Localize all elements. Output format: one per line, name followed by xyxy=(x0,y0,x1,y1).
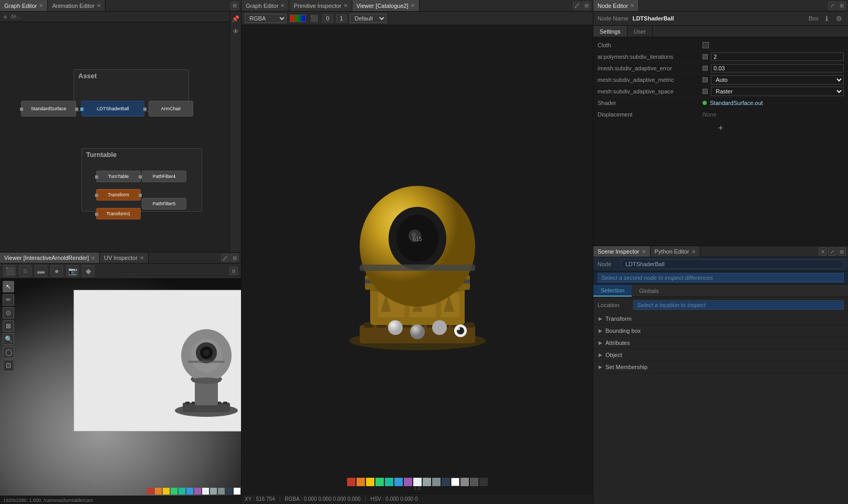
si-close-btn[interactable]: ✕ xyxy=(819,247,827,256)
graph-tool-eye[interactable]: 👁 xyxy=(231,26,241,37)
tool-sphere-btn[interactable]: ◾ xyxy=(19,265,32,277)
tool-cylinder-btn[interactable]: ▬ xyxy=(35,265,47,277)
tool-lasso[interactable]: ⊙ xyxy=(3,307,14,319)
si-grid-btn[interactable]: ⊞ xyxy=(837,247,846,256)
si-section-set-membership[interactable]: ▶ Set Membership xyxy=(593,361,848,373)
tab-interactive-render[interactable]: Viewer [InteractiveArnoldRender] ✕ xyxy=(0,253,100,263)
bottom-left-expand-btn[interactable]: ⊞ xyxy=(231,254,239,262)
tab-primitive-inspector[interactable]: Primitive Inspector ✕ xyxy=(289,0,352,11)
svg-rect-51 xyxy=(360,265,475,271)
prop-subdiv-error-indicator xyxy=(703,66,708,71)
si-compare-input[interactable] xyxy=(598,273,844,282)
svg-point-53 xyxy=(410,324,425,339)
tab-python-editor-close[interactable]: ✕ xyxy=(692,249,696,255)
node-transform1[interactable]: Transform1 xyxy=(96,208,141,219)
channel-select[interactable]: RGBA xyxy=(245,14,287,23)
si-node-input[interactable] xyxy=(622,259,844,269)
gain-value: 0 xyxy=(326,15,329,22)
center-gear-btn[interactable]: ⊞ xyxy=(582,2,591,10)
tab-scene-inspector-close[interactable]: ✕ xyxy=(642,249,646,255)
si-location-input[interactable] xyxy=(633,300,844,310)
viewer-invert-btn[interactable]: ⬛ xyxy=(309,13,319,24)
prop-subdiv-space-select[interactable]: Raster xyxy=(711,87,844,96)
node-pathfilter4[interactable]: PathFilter4 xyxy=(142,171,186,182)
si-section-transform[interactable]: ▶ Transform xyxy=(593,313,848,325)
tab-scene-inspector[interactable]: Scene Inspector ✕ xyxy=(593,246,651,257)
tab-viewer-catalogue-label: Viewer [Catalogue2] xyxy=(357,3,409,9)
bottom-left-edit-btn[interactable]: 🖉 xyxy=(221,254,229,262)
si-tab-globals[interactable]: Globals xyxy=(632,285,666,297)
tab-node-editor-close[interactable]: ✕ xyxy=(630,3,634,8)
viewer-rgba: RGBA : 0.000 0.000 0.000 0.000 xyxy=(285,496,361,502)
graph-breadcrumb-plus[interactable]: + xyxy=(3,13,7,21)
tab-graph-editor-center-label: Graph Editor xyxy=(246,3,278,9)
tool-box-btn[interactable]: ⬛ xyxy=(3,265,16,277)
node-standard-surface[interactable]: StandardSurface xyxy=(21,101,76,117)
si-tab-selection-label: Selection xyxy=(601,287,624,293)
prop-cloth-checkbox[interactable] xyxy=(703,42,709,48)
center-expand-btn[interactable]: 🖉 xyxy=(573,2,581,10)
prop-subdiv-metric-select[interactable]: Auto xyxy=(711,75,844,85)
add-output-btn[interactable]: + xyxy=(716,123,726,133)
tab-viewer-catalogue[interactable]: Viewer [Catalogue2] ✕ xyxy=(352,0,420,11)
interactive-pause-btn[interactable]: ⏸ xyxy=(229,267,238,275)
tab-python-editor-label: Python Editor xyxy=(655,248,689,255)
si-compare-row xyxy=(593,271,848,285)
si-tab-selection[interactable]: Selection xyxy=(593,285,632,297)
tab-graph-editor-close[interactable]: ✕ xyxy=(39,3,43,8)
svg-point-21 xyxy=(203,350,210,356)
tool-select[interactable]: ↖ xyxy=(3,281,14,292)
si-expand-btn[interactable]: ⤢ xyxy=(828,247,836,256)
golden-viewer: 615 xyxy=(242,25,593,494)
si-section-object[interactable]: ▶ Object xyxy=(593,349,848,361)
prop-subdiv-error-input[interactable] xyxy=(711,64,844,72)
tab-interactive-render-close[interactable]: ✕ xyxy=(91,255,95,261)
tab-graph-editor-center-close[interactable]: ✕ xyxy=(280,3,285,8)
viewer-status-bar: XY : 516 754 | RGBA : 0.000 0.000 0.000 … xyxy=(242,494,593,504)
ne-tab-settings[interactable]: Settings xyxy=(593,26,627,37)
gain-control[interactable]: 0 xyxy=(322,14,333,23)
tab-python-editor[interactable]: Python Editor ✕ xyxy=(651,246,700,257)
ne-tab-user[interactable]: User xyxy=(627,26,653,37)
tab-uv-inspector-close[interactable]: ✕ xyxy=(140,255,144,261)
right-grid-btn[interactable]: ⊞ xyxy=(837,2,846,10)
right-expand-btn[interactable]: ⤢ xyxy=(828,2,836,10)
tab-primitive-inspector-close[interactable]: ✕ xyxy=(343,3,348,8)
tool-circle[interactable]: ◯ xyxy=(3,346,14,358)
tab-animation-editor-close[interactable]: ✕ xyxy=(97,3,101,8)
node-info-btn[interactable]: ℹ xyxy=(822,14,831,23)
tool-pen[interactable]: ✏ xyxy=(3,294,14,306)
si-section-bounding-box[interactable]: ▶ Bounding box xyxy=(593,325,848,337)
prop-subdiv-iter-input[interactable] xyxy=(711,52,844,61)
tab-graph-editor-center[interactable]: Graph Editor ✕ xyxy=(242,0,289,11)
tab-graph-editor[interactable]: Graph Editor ✕ xyxy=(0,0,48,11)
tool-move[interactable]: ⊡ xyxy=(3,360,14,371)
render-frame xyxy=(74,290,241,432)
node-settings-btn[interactable]: ⚙ xyxy=(834,14,844,23)
tool-camera-btn[interactable]: 📷 xyxy=(66,265,79,277)
tool-diamond-btn[interactable]: ◆ xyxy=(82,265,95,277)
graph-tool-pin[interactable]: 📌 xyxy=(231,14,241,24)
tab-node-editor[interactable]: Node Editor ✕ xyxy=(593,0,639,11)
si-set-membership-label: Set Membership xyxy=(605,364,647,370)
node-armchair[interactable]: ArmChair xyxy=(149,101,193,117)
tool-ball-btn[interactable]: ● xyxy=(50,265,63,277)
node-armchair-label: ArmChair xyxy=(161,106,181,111)
tool-crop[interactable]: ⊠ xyxy=(3,320,14,332)
tool-zoom[interactable]: 🔍 xyxy=(3,333,14,345)
prop-cloth: Cloth xyxy=(593,39,848,51)
color-mode-select[interactable]: Default xyxy=(350,14,386,23)
prop-subdiv-iter-indicator xyxy=(703,54,708,59)
node-ldt-shader-ball[interactable]: LDTShaderBall xyxy=(81,101,144,117)
node-transform[interactable]: Transform xyxy=(96,189,141,201)
tab-uv-inspector[interactable]: UV Inspector ✕ xyxy=(100,253,149,263)
node-pathfilter5[interactable]: PathFilter5 xyxy=(142,198,186,209)
left-panel-grid-btn[interactable]: ⊞ xyxy=(231,2,239,10)
si-section-attributes[interactable]: ▶ Attributes xyxy=(593,337,848,349)
tab-viewer-catalogue-close[interactable]: ✕ xyxy=(411,3,415,8)
node-properties: Cloth ai:polymesh:subdiv_iterations /mes… xyxy=(593,37,848,246)
tab-primitive-inspector-label: Primitive Inspector xyxy=(294,3,341,9)
tab-animation-editor[interactable]: Animation Editor ✕ xyxy=(48,0,106,11)
gamma-control[interactable]: 1 xyxy=(336,14,347,23)
node-turntable[interactable]: TurnTable xyxy=(96,171,141,182)
